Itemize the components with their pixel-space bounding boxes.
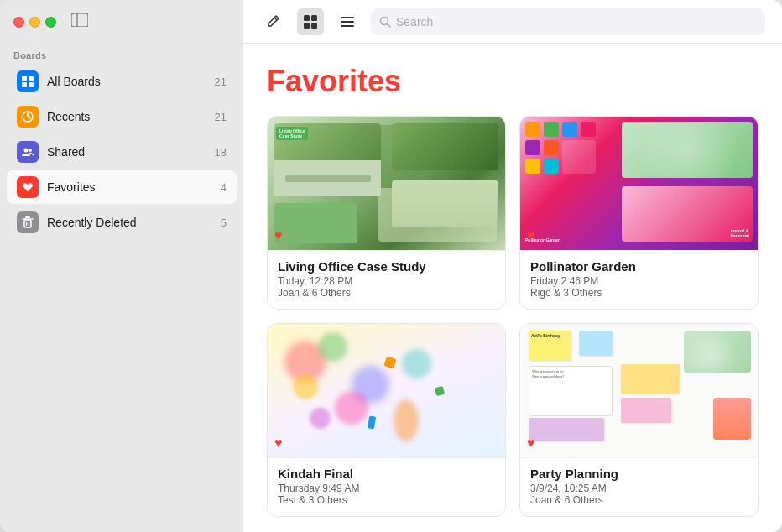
- svg-rect-3: [29, 76, 34, 81]
- recents-icon: [17, 106, 39, 128]
- grid-view-button[interactable]: [297, 8, 324, 35]
- search-icon: [379, 16, 391, 28]
- sidebar-section-label: Boards: [0, 44, 243, 64]
- sidebar-toggle-button[interactable]: [71, 13, 88, 31]
- board-thumbnail-4: Avil's Birthday Why are we going for Pla…: [520, 324, 758, 458]
- board-title-1: Living Office Case Study: [278, 259, 495, 274]
- board-members-3: Test & 3 Others: [278, 494, 495, 506]
- recently-deleted-label: Recently Deleted: [47, 216, 212, 229]
- main-toolbar: [243, 0, 782, 44]
- recently-deleted-count: 5: [221, 216, 227, 229]
- board-date-1: Today, 12:28 PM: [278, 275, 495, 287]
- favorite-heart-4[interactable]: ♥: [527, 436, 535, 451]
- recents-label: Recents: [47, 110, 206, 123]
- board-title-4: Party Planning: [530, 467, 748, 481]
- search-input[interactable]: [396, 15, 757, 29]
- svg-line-16: [274, 18, 277, 20]
- board-card-2[interactable]: Annual &Perennial Pollinator Garden ♥ Po…: [519, 116, 759, 310]
- board-members-2: Rigo & 3 Others: [530, 287, 748, 299]
- board-title-2: Pollinator Garden: [530, 259, 748, 274]
- sidebar-item-recently-deleted[interactable]: Recently Deleted 5: [7, 206, 237, 239]
- maximize-button[interactable]: [45, 17, 56, 28]
- board-card-info-4: Party Planning 3/9/24, 10:25 AM Joan & 6…: [520, 458, 758, 516]
- sidebar-item-shared[interactable]: Shared 18: [7, 135, 237, 169]
- svg-rect-18: [311, 15, 317, 21]
- board-thumbnail-2: Annual &Perennial Pollinator Garden ♥: [520, 117, 758, 251]
- board-title-3: Kindah Final: [278, 467, 495, 481]
- svg-point-9: [24, 149, 29, 153]
- board-date-2: Friday 2:46 PM: [530, 275, 748, 287]
- shared-icon: [17, 141, 39, 163]
- board-members-4: Joan & 6 Others: [530, 494, 748, 506]
- svg-rect-11: [24, 220, 31, 227]
- favorite-heart-2[interactable]: ♥: [527, 228, 535, 243]
- board-card-3[interactable]: ♥ Kindah Final Thursday 9:49 AM Test & 3…: [267, 323, 506, 517]
- sidebar-item-favorites[interactable]: Favorites 4: [7, 170, 237, 204]
- shared-count: 18: [215, 146, 227, 159]
- app-window: Boards All Boards 21: [0, 0, 782, 532]
- board-card-info-2: Pollinator Garden Friday 2:46 PM Rigo & …: [520, 251, 758, 309]
- board-members-1: Joan & 6 Others: [278, 287, 495, 299]
- favorites-label: Favorites: [47, 180, 212, 194]
- board-card-1[interactable]: Living OfficeCase Study ♥ Living Office …: [267, 116, 506, 310]
- all-boards-count: 21: [215, 76, 227, 88]
- svg-rect-20: [311, 23, 317, 29]
- board-date-3: Thursday 9:49 AM: [278, 482, 495, 494]
- svg-line-25: [388, 23, 391, 27]
- board-thumbnail-3: ♥: [268, 324, 505, 458]
- list-view-button[interactable]: [334, 8, 361, 35]
- search-bar[interactable]: [371, 8, 765, 35]
- svg-rect-17: [304, 15, 310, 21]
- svg-rect-5: [29, 82, 34, 87]
- boards-grid: Living OfficeCase Study ♥ Living Office …: [267, 116, 759, 517]
- sidebar-item-all-boards[interactable]: All Boards 21: [7, 65, 237, 98]
- favorite-heart-1[interactable]: ♥: [274, 228, 283, 243]
- all-boards-icon: [17, 70, 39, 92]
- svg-rect-19: [304, 23, 310, 29]
- favorites-count: 4: [221, 181, 227, 194]
- svg-rect-4: [22, 82, 27, 87]
- favorites-page: Favorites: [243, 44, 782, 532]
- sidebar-titlebar: [0, 0, 243, 44]
- favorite-heart-3[interactable]: ♥: [274, 436, 283, 451]
- svg-rect-0: [71, 13, 88, 27]
- traffic-lights: [13, 17, 56, 28]
- new-board-button[interactable]: [260, 8, 287, 35]
- recents-count: 21: [215, 111, 227, 123]
- sidebar-item-recents[interactable]: Recents 21: [7, 100, 237, 133]
- page-title: Favorites: [267, 64, 759, 99]
- board-card-4[interactable]: Avil's Birthday Why are we going for Pla…: [519, 323, 759, 517]
- board-card-info-1: Living Office Case Study Today, 12:28 PM…: [268, 251, 505, 309]
- close-button[interactable]: [13, 17, 24, 28]
- main-content-area: Favorites: [243, 0, 782, 532]
- board-date-4: 3/9/24, 10:25 AM: [530, 482, 748, 494]
- sidebar: Boards All Boards 21: [0, 0, 243, 532]
- board-thumbnail-1: Living OfficeCase Study ♥: [268, 117, 505, 251]
- all-boards-label: All Boards: [47, 75, 206, 88]
- minimize-button[interactable]: [29, 17, 40, 28]
- board-card-info-3: Kindah Final Thursday 9:49 AM Test & 3 O…: [268, 458, 505, 516]
- svg-line-8: [28, 117, 30, 118]
- svg-point-10: [29, 149, 32, 152]
- favorites-icon: [17, 176, 39, 198]
- shared-label: Shared: [47, 145, 206, 159]
- recently-deleted-icon: [17, 211, 39, 233]
- svg-rect-2: [22, 76, 27, 81]
